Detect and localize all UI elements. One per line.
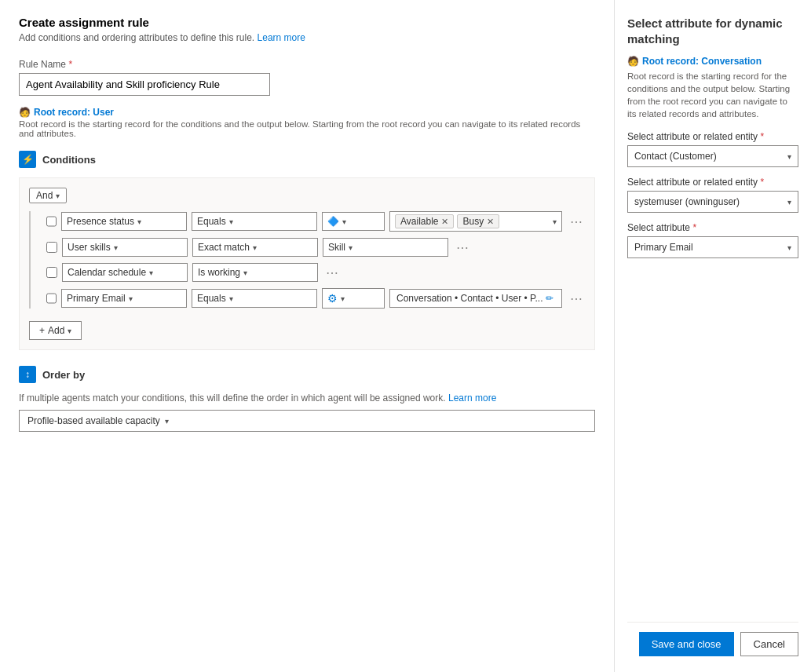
chevron-down-icon: ▾ xyxy=(165,417,169,425)
close-icon[interactable]: ✕ xyxy=(487,217,494,227)
exact-match-select[interactable]: Exact match ▾ xyxy=(192,238,318,257)
left-panel: Create assignment rule Add conditions an… xyxy=(0,0,615,672)
chevron-down-icon: ▾ xyxy=(787,243,791,252)
chevron-down-icon[interactable]: ▾ xyxy=(553,217,557,226)
rp-root-desc: Root record is the starting record for t… xyxy=(627,70,798,120)
page-title: Create assignment rule xyxy=(19,16,595,29)
user-icon: 🧑 xyxy=(19,107,31,118)
edit-icon[interactable]: ✏ xyxy=(546,293,553,304)
equals-operator-select-1[interactable]: Equals ▾ xyxy=(192,212,317,231)
tag-available: Available ✕ xyxy=(395,214,454,228)
condition-row: Primary Email ▾ Equals ▾ ⚙ ▾ Conversatio… xyxy=(46,288,585,309)
save-and-close-button[interactable]: Save and close xyxy=(639,632,734,656)
condition-row: User skills ▾ Exact match ▾ Skill ▾ ⋯ xyxy=(46,238,585,257)
order-by-section: ↕ Order by If multiple agents match your… xyxy=(19,366,595,432)
calendar-schedule-select[interactable]: Calendar schedule ▾ xyxy=(62,263,188,282)
conditions-label: Conditions xyxy=(42,154,96,166)
order-by-select[interactable]: Profile-based available capacity ▾ xyxy=(19,410,595,432)
presence-status-select[interactable]: Presence status ▾ xyxy=(61,212,187,231)
chevron-down-icon: ▾ xyxy=(229,217,233,226)
plus-icon: + xyxy=(39,325,45,336)
rp-field2-select[interactable]: systemuser (owninguser) ▾ xyxy=(627,191,798,213)
more-options-button-2[interactable]: ⋯ xyxy=(453,240,472,255)
rule-name-label: Rule Name * xyxy=(19,59,595,70)
rp-field2-label: Select attribute or related entity * xyxy=(627,177,798,188)
condition-checkbox-2[interactable] xyxy=(46,242,57,253)
add-condition-button[interactable]: + Add ▾ xyxy=(29,321,82,340)
tags-area-1: Available ✕ Busy ✕ ▾ xyxy=(389,211,562,232)
right-panel-title: Select attribute for dynamic matching xyxy=(627,16,798,46)
chevron-down-icon: ▾ xyxy=(229,294,233,303)
conditions-section-header: ⚡ Conditions xyxy=(19,151,595,168)
condition-row: Presence status ▾ Equals ▾ 🔷 ▾ Available… xyxy=(46,211,585,232)
order-by-desc: If multiple agents match your conditions… xyxy=(19,393,595,404)
chevron-down-icon: ▾ xyxy=(137,217,141,226)
chevron-down-icon: ▾ xyxy=(114,243,118,252)
root-record-section: 🧑 Root record: User Root record is the s… xyxy=(19,107,595,138)
rp-root-label: 🧑 Root record: Conversation xyxy=(627,56,798,67)
rp-field3-label: Select attribute * xyxy=(627,222,798,233)
chevron-down-icon: ▾ xyxy=(253,243,257,252)
rp-footer: Save and close Cancel xyxy=(627,622,798,656)
condition-checkbox-3[interactable] xyxy=(46,267,57,278)
cancel-button[interactable]: Cancel xyxy=(740,632,798,656)
more-options-button-1[interactable]: ⋯ xyxy=(567,214,586,229)
chevron-down-icon: ▾ xyxy=(341,294,345,303)
learn-more-link[interactable]: Learn more xyxy=(258,32,305,43)
rp-field1-select[interactable]: Contact (Customer) ▾ xyxy=(627,145,798,167)
presence-icon: 🔷 xyxy=(327,216,339,227)
value-type-select-1[interactable]: 🔷 ▾ xyxy=(322,212,385,231)
root-record-icon: 🧑 xyxy=(627,56,639,67)
chevron-down-icon: ▾ xyxy=(787,198,791,206)
and-chevron-icon: ▾ xyxy=(56,192,60,200)
order-by-label: Order by xyxy=(42,369,85,381)
condition-checkbox-4[interactable] xyxy=(46,293,57,304)
dynamic-value-display: Conversation • Contact • User • P... ✏ xyxy=(389,289,562,308)
chevron-down-icon: ▾ xyxy=(349,243,353,252)
more-options-button-4[interactable]: ⋯ xyxy=(567,291,586,306)
rp-field3-select[interactable]: Primary Email ▾ xyxy=(627,236,798,258)
tag-busy: Busy ✕ xyxy=(457,214,499,228)
condition-rows: Presence status ▾ Equals ▾ 🔷 ▾ Available… xyxy=(29,211,585,309)
rp-field1-label: Select attribute or related entity * xyxy=(627,131,798,142)
order-by-learn-more-link[interactable]: Learn more xyxy=(448,393,496,404)
page-subtitle: Add conditions and ordering attributes t… xyxy=(19,32,595,43)
order-by-icon: ↕ xyxy=(19,366,36,383)
right-panel: Select attribute for dynamic matching 🧑 … xyxy=(615,0,811,672)
root-record-label: 🧑 Root record: User xyxy=(19,107,595,118)
is-working-select[interactable]: Is working ▾ xyxy=(192,263,318,282)
more-options-button-3[interactable]: ⋯ xyxy=(323,265,342,280)
primary-email-select[interactable]: Primary Email ▾ xyxy=(61,289,187,308)
order-by-header: ↕ Order by xyxy=(19,366,595,383)
chevron-down-icon: ▾ xyxy=(68,327,71,335)
condition-checkbox-1[interactable] xyxy=(46,216,57,227)
chevron-down-icon: ▾ xyxy=(149,268,153,277)
root-record-desc: Root record is the starting record for t… xyxy=(19,119,595,138)
value-type-select-4[interactable]: ⚙ ▾ xyxy=(322,288,385,309)
condition-row: Calendar schedule ▾ Is working ▾ ⋯ xyxy=(46,263,585,282)
chevron-down-icon: ▾ xyxy=(243,268,247,277)
dynamic-icon: ⚙ xyxy=(327,292,338,305)
rule-name-input[interactable] xyxy=(19,73,270,96)
chevron-down-icon: ▾ xyxy=(342,217,346,226)
and-badge[interactable]: And ▾ xyxy=(29,188,67,203)
conditions-icon: ⚡ xyxy=(19,151,36,168)
chevron-down-icon: ▾ xyxy=(129,294,133,303)
user-skills-select[interactable]: User skills ▾ xyxy=(62,238,188,257)
conditions-area: And ▾ Presence status ▾ Equals ▾ 🔷 ▾ xyxy=(19,177,595,350)
chevron-down-icon: ▾ xyxy=(787,152,791,161)
skill-value-select[interactable]: Skill ▾ xyxy=(323,238,448,257)
equals-operator-select-4[interactable]: Equals ▾ xyxy=(192,289,317,308)
close-icon[interactable]: ✕ xyxy=(441,217,448,227)
